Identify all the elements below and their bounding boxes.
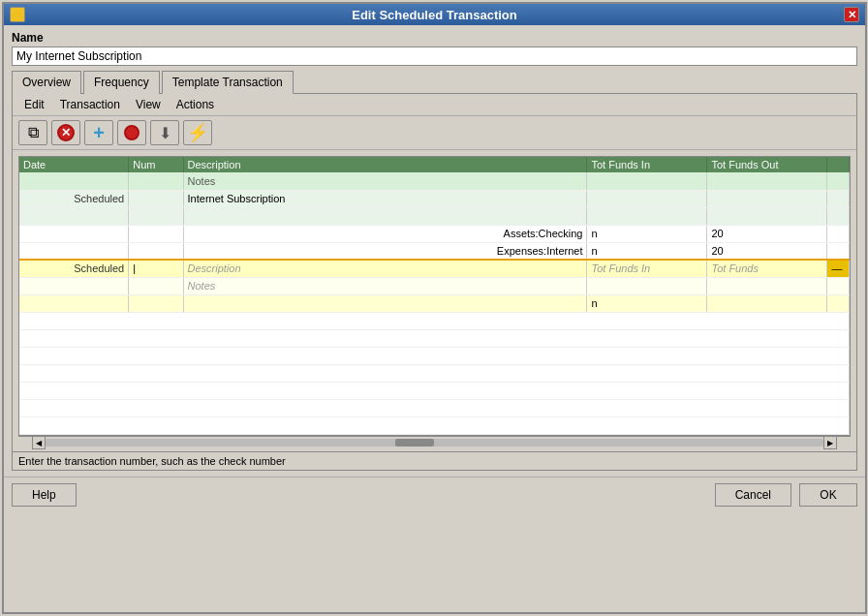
table-row-empty-8 xyxy=(19,416,850,434)
scroll-right-arrow[interactable]: ▶ xyxy=(823,436,837,449)
notes-placeholder: Notes xyxy=(188,280,216,292)
split2-funds-in: 20 xyxy=(707,242,827,260)
empty-desc xyxy=(183,294,587,312)
empty-row-3 xyxy=(19,329,850,347)
menu-edit[interactable]: Edit xyxy=(16,96,52,113)
record-button[interactable] xyxy=(117,120,146,145)
row-notes-num xyxy=(129,207,183,225)
help-button[interactable]: Help xyxy=(12,483,77,507)
split-funds-out: 20 xyxy=(707,225,827,242)
menu-actions[interactable]: Actions xyxy=(169,96,222,113)
tab-overview[interactable]: Overview xyxy=(12,71,81,94)
jump-icon: ⚡ xyxy=(187,122,208,143)
jump-button[interactable]: ⚡ xyxy=(183,120,212,145)
name-input[interactable] xyxy=(12,46,857,66)
statusbar: Enter the transaction number, such as th… xyxy=(13,451,856,470)
notes-funds-in-cell xyxy=(587,172,707,190)
empty-row-4 xyxy=(19,347,850,364)
new-notes-funds-in xyxy=(587,277,707,294)
row-funds-in xyxy=(587,190,707,207)
new-row-date: Scheduled xyxy=(19,260,129,277)
statusbar-message: Enter the transaction number, such as th… xyxy=(18,455,286,467)
schedule-icon: ⬇ xyxy=(159,124,171,142)
table-row-empty-2 xyxy=(19,312,850,329)
split2-num xyxy=(129,242,183,260)
row-notes-funds-in xyxy=(587,207,707,225)
scroll-thumb[interactable] xyxy=(395,439,434,447)
row-description: Internet Subscription xyxy=(183,190,587,207)
table-row[interactable]: Scheduled Internet Subscription xyxy=(19,190,850,207)
empty-row-2 xyxy=(19,312,850,329)
notes-label-cell: Notes xyxy=(183,172,587,190)
split2-reconcile: n xyxy=(587,242,707,260)
ok-button[interactable]: OK xyxy=(799,483,857,507)
menu-view[interactable]: View xyxy=(128,96,169,113)
empty-row-7 xyxy=(19,399,850,416)
row-notes-date xyxy=(19,207,129,225)
scroll-track[interactable] xyxy=(46,439,823,447)
new-notes-scroll xyxy=(827,277,850,294)
empty-date xyxy=(19,294,129,312)
scroll-left-arrow[interactable]: ◀ xyxy=(32,436,46,449)
col-num: Num xyxy=(129,157,183,172)
cancel-button[interactable]: Cancel xyxy=(715,483,791,507)
notes-scroll-cell xyxy=(827,172,850,190)
notes-funds-out-cell xyxy=(707,172,827,190)
table-row-empty: n xyxy=(19,294,850,312)
table-scroll-area: Date Num Description Tot Funds In Tot Fu… xyxy=(18,156,851,436)
table-row-empty-6 xyxy=(19,382,850,399)
horizontal-scrollbar[interactable]: ◀ ▶ xyxy=(18,436,851,449)
split-account: Assets:Checking xyxy=(183,225,587,242)
new-notes-text: Notes xyxy=(183,277,587,294)
split-scroll xyxy=(827,225,850,242)
empty-row-5 xyxy=(19,364,850,382)
record-icon xyxy=(124,125,140,140)
table-row[interactable]: Scheduled | Description Tot Funds In Tot… xyxy=(19,260,850,277)
new-notes-num xyxy=(129,277,183,294)
new-row-funds-out: Tot Funds xyxy=(707,260,827,277)
empty-funds-out xyxy=(707,294,827,312)
table-row[interactable]: Expenses:Internet n 20 xyxy=(19,242,850,260)
window-icon xyxy=(10,7,25,22)
new-row-description: Description xyxy=(183,260,587,277)
col-description: Description xyxy=(183,157,587,172)
ledger-container: Date Num Description Tot Funds In Tot Fu… xyxy=(18,156,851,449)
split-num xyxy=(129,225,183,242)
row-scroll xyxy=(827,190,850,207)
table-header-row: Date Num Description Tot Funds In Tot Fu… xyxy=(19,157,850,172)
split2-account: Expenses:Internet xyxy=(183,242,587,260)
tab-template[interactable]: Template Transaction xyxy=(162,71,294,94)
name-label: Name xyxy=(12,31,857,45)
add-button[interactable]: + xyxy=(84,120,113,145)
row-funds-out xyxy=(707,190,827,207)
empty-num xyxy=(129,294,183,312)
tab-frequency[interactable]: Frequency xyxy=(83,71,160,94)
tabs-container: Overview Frequency Template Transaction xyxy=(12,70,857,94)
notes-num-cell xyxy=(129,172,183,190)
table-row-empty-5 xyxy=(19,364,850,382)
split-reconcile: n xyxy=(587,225,707,242)
new-notes-funds-out xyxy=(707,277,827,294)
scrollbar-filler xyxy=(827,157,850,172)
table-row-notes xyxy=(19,207,850,225)
duplicate-icon: ⧉ xyxy=(28,124,39,141)
schedule-button[interactable]: ⬇ xyxy=(150,120,179,145)
table-row-empty-4 xyxy=(19,347,850,364)
col-tot-funds-out: Tot Funds Out xyxy=(707,157,827,172)
duplicate-button[interactable]: ⧉ xyxy=(18,120,47,145)
split-date xyxy=(19,225,129,242)
footer-right-buttons: Cancel OK xyxy=(715,483,857,507)
cancel-transaction-button[interactable]: ✕ xyxy=(51,120,80,145)
split2-date xyxy=(19,242,129,260)
row-notes-text xyxy=(183,207,587,225)
description-placeholder: Description xyxy=(188,262,241,274)
table-row-notes-new: Notes xyxy=(19,277,850,294)
funds-in-placeholder: Tot Funds In xyxy=(591,262,650,274)
new-notes-date xyxy=(19,277,129,294)
menu-transaction[interactable]: Transaction xyxy=(52,96,128,113)
table-row[interactable]: Assets:Checking n 20 xyxy=(19,225,850,242)
content-area: Name Overview Frequency Template Transac… xyxy=(4,25,865,477)
close-button[interactable]: ✕ xyxy=(844,7,859,22)
table-notes-subheader: Notes xyxy=(19,172,850,190)
new-row-scroll: — xyxy=(827,260,850,277)
